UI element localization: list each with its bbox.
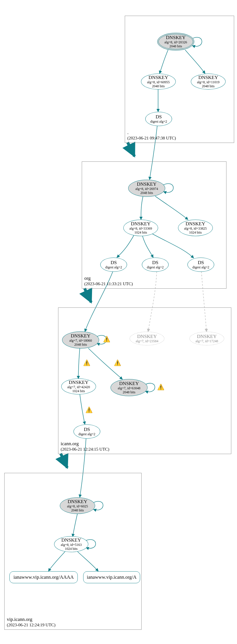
dnskey-root-ksk: DNSKEY alg=8, id=20326 2048 bits — [157, 33, 194, 50]
warning-icon: ⚠️ — [114, 360, 120, 366]
ds-org-2: DS digest alg=2 — [142, 258, 169, 272]
zone-root-ts: (2023-06-21 09:47:38 UTC) — [127, 135, 176, 141]
ds-icann: DS digest alg=2 — [73, 424, 100, 439]
zone-root-name: . — [127, 129, 176, 135]
dnskey-org-zsk: DNSKEY alg=8, id=33369 1024 bits — [123, 220, 158, 236]
rrset-a: ianawww.vip.icann.org/A — [83, 571, 140, 583]
dnskey-icann-zsk: DNSKEY alg=7, id=42420 1024 bits — [61, 378, 96, 394]
warning-icon: ⚠️ — [83, 360, 89, 366]
dnskey-org-ksk: DNSKEY alg=8, id=26974 2048 bits — [128, 180, 165, 197]
dnskey-org-zsk2: DNSKEY alg=8, id=33825 1024 bits — [178, 220, 213, 236]
dnskey-icann-unknown-2: DNSKEY alg=7, id=17248 — [189, 332, 224, 345]
warning-icon: ⚠️ — [157, 384, 164, 390]
dnskey-icann-ksk: DNSKEY alg=7, id=18060 2048 bits — [62, 331, 99, 349]
dnskey-icann-unknown-1: DNSKEY alg=7, id=23584 — [130, 332, 164, 345]
dnskey-root-zsk: DNSKEY alg=8, id=60955 2048 bits — [141, 74, 176, 90]
ds-org-1: DS digest alg=2 — [100, 258, 127, 272]
dnskey-vip-ksk: DNSKEY alg=8, id=6025 2048 bits — [60, 497, 95, 514]
zone-icann-ts: (2023-06-21 12:24:15 UTC) — [61, 447, 109, 452]
warning-icon: ⚠️ — [103, 336, 109, 342]
rrset-aaaa: ianawww.vip.icann.org/AAAA — [9, 571, 78, 583]
zone-vip-ts: (2023-06-21 12:24:19 UTC) — [7, 622, 56, 628]
zone-vip-name: vip.icann.org — [7, 616, 56, 622]
dnskey-vip-zsk: DNSKEY alg=8, id=5163 1024 bits — [54, 536, 88, 552]
dnskey-icann-ksk2: DNSKEY alg=7, id=63048 2048 bits — [111, 379, 148, 396]
ds-org-3: DS digest alg=2 — [187, 258, 214, 272]
ds-root: DS digest alg=2 — [145, 112, 172, 126]
warning-icon: ⚠️ — [85, 407, 92, 413]
zone-org-name: org — [84, 275, 133, 281]
zone-org-ts: (2023-06-21 11:33:21 UTC) — [84, 281, 133, 287]
zone-icann-name: icann.org — [61, 441, 109, 447]
dnskey-root-zsk2: DNSKEY alg=8, id=11019 2048 bits — [191, 74, 226, 90]
